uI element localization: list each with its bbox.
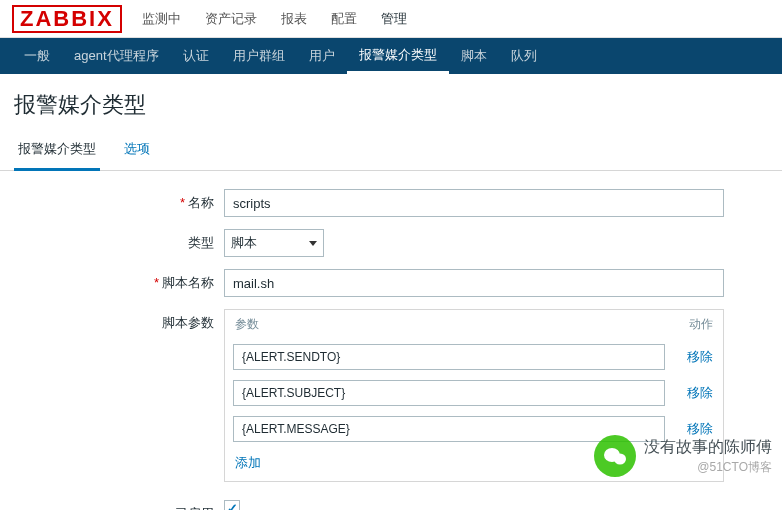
label-type: 类型 bbox=[14, 229, 224, 252]
param-input-0[interactable] bbox=[233, 344, 665, 370]
top-nav-config[interactable]: 配置 bbox=[331, 6, 357, 32]
row-enabled: 已启用 ✓ bbox=[14, 500, 768, 510]
enabled-checkbox[interactable]: ✓ bbox=[224, 500, 240, 510]
type-select[interactable]: 脚本 bbox=[224, 229, 324, 257]
logo: ZABBIX bbox=[12, 5, 122, 33]
top-nav: 监测中 资产记录 报表 配置 管理 bbox=[142, 6, 407, 32]
tab-mediatype[interactable]: 报警媒介类型 bbox=[14, 132, 100, 171]
watermark-main: 没有故事的陈师傅 bbox=[644, 436, 772, 458]
tab-options[interactable]: 选项 bbox=[120, 132, 154, 170]
script-name-input[interactable] bbox=[224, 269, 724, 297]
chevron-down-icon bbox=[309, 241, 317, 246]
top-nav-monitoring[interactable]: 监测中 bbox=[142, 6, 181, 32]
remove-link-1[interactable]: 移除 bbox=[673, 384, 715, 402]
top-nav-reports[interactable]: 报表 bbox=[281, 6, 307, 32]
row-script-name: *脚本名称 bbox=[14, 269, 768, 297]
remove-link-0[interactable]: 移除 bbox=[673, 348, 715, 366]
label-enabled: 已启用 bbox=[14, 500, 224, 510]
sub-nav-proxy[interactable]: agent代理程序 bbox=[62, 38, 171, 74]
param-input-1[interactable] bbox=[233, 380, 665, 406]
row-name: *名称 bbox=[14, 189, 768, 217]
label-name: *名称 bbox=[14, 189, 224, 212]
watermark-sub: @51CTO博客 bbox=[644, 459, 772, 476]
tabs: 报警媒介类型 选项 bbox=[0, 132, 782, 171]
sub-nav-scripts[interactable]: 脚本 bbox=[449, 38, 499, 74]
top-nav-admin[interactable]: 管理 bbox=[381, 6, 407, 32]
sub-nav-usergroups[interactable]: 用户群组 bbox=[221, 38, 297, 74]
sub-nav-mediatypes[interactable]: 报警媒介类型 bbox=[347, 38, 449, 74]
label-script-name: *脚本名称 bbox=[14, 269, 224, 292]
top-nav-inventory[interactable]: 资产记录 bbox=[205, 6, 257, 32]
add-link[interactable]: 添加 bbox=[235, 455, 261, 470]
wechat-icon bbox=[594, 435, 636, 477]
page-title: 报警媒介类型 bbox=[0, 74, 782, 132]
sub-nav-auth[interactable]: 认证 bbox=[171, 38, 221, 74]
sub-header: 一般 agent代理程序 认证 用户群组 用户 报警媒介类型 脚本 队列 bbox=[0, 38, 782, 74]
param-row: 移除 bbox=[225, 339, 723, 375]
sub-nav-general[interactable]: 一般 bbox=[12, 38, 62, 74]
params-header-action: 动作 bbox=[673, 310, 723, 339]
params-header: 参数 动作 bbox=[225, 310, 723, 339]
label-script-params: 脚本参数 bbox=[14, 309, 224, 332]
check-icon: ✓ bbox=[227, 502, 238, 511]
name-input[interactable] bbox=[224, 189, 724, 217]
type-select-value: 脚本 bbox=[231, 234, 257, 252]
sub-nav-queue[interactable]: 队列 bbox=[499, 38, 549, 74]
sub-nav-users[interactable]: 用户 bbox=[297, 38, 347, 74]
row-type: 类型 脚本 bbox=[14, 229, 768, 257]
top-header: ZABBIX 监测中 资产记录 报表 配置 管理 bbox=[0, 0, 782, 38]
svg-point-1 bbox=[614, 454, 626, 465]
params-header-param: 参数 bbox=[225, 310, 673, 339]
param-row: 移除 bbox=[225, 375, 723, 411]
watermark: 没有故事的陈师傅 @51CTO博客 bbox=[594, 435, 772, 477]
